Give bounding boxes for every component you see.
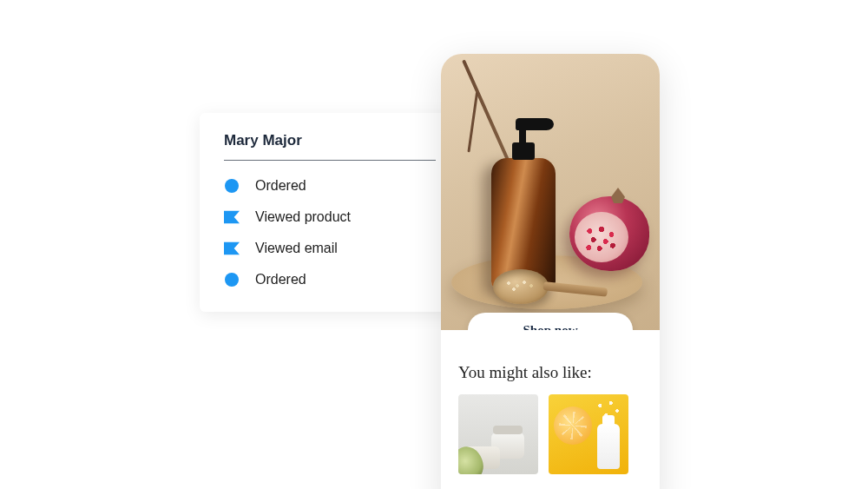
flag-icon bbox=[224, 241, 240, 256]
activity-label: Ordered bbox=[255, 272, 306, 287]
activity-label: Viewed email bbox=[255, 241, 338, 256]
shop-now-button[interactable]: Shop now bbox=[468, 313, 633, 330]
circle-icon bbox=[224, 272, 240, 287]
activity-item: Ordered bbox=[224, 272, 436, 287]
pomegranate bbox=[569, 196, 649, 271]
recommendations-section: You might also like: bbox=[441, 330, 660, 474]
recommendations-grid bbox=[458, 394, 642, 474]
activity-list: Ordered Viewed product Viewed email Orde… bbox=[224, 178, 436, 287]
hero-image: Shop now bbox=[441, 54, 660, 330]
wooden-spoon bbox=[493, 266, 606, 304]
activity-item: Viewed product bbox=[224, 209, 436, 225]
recommendation-tile[interactable] bbox=[549, 394, 628, 474]
activity-label: Viewed product bbox=[255, 209, 351, 225]
pump-bottle bbox=[491, 118, 556, 290]
svg-point-1 bbox=[225, 273, 239, 287]
activity-item: Viewed email bbox=[224, 241, 436, 256]
customer-name: Mary Major bbox=[224, 132, 436, 161]
circle-icon bbox=[224, 178, 240, 194]
activity-label: Ordered bbox=[255, 178, 306, 194]
flag-icon bbox=[224, 209, 240, 225]
recommendations-title: You might also like: bbox=[458, 363, 642, 382]
svg-point-0 bbox=[225, 179, 239, 193]
activity-item: Ordered bbox=[224, 178, 436, 194]
recommendation-tile[interactable] bbox=[458, 394, 538, 474]
email-preview: Shop now You might also like: bbox=[441, 54, 660, 489]
customer-activity-card: Mary Major Ordered Viewed product Viewed… bbox=[200, 113, 460, 312]
